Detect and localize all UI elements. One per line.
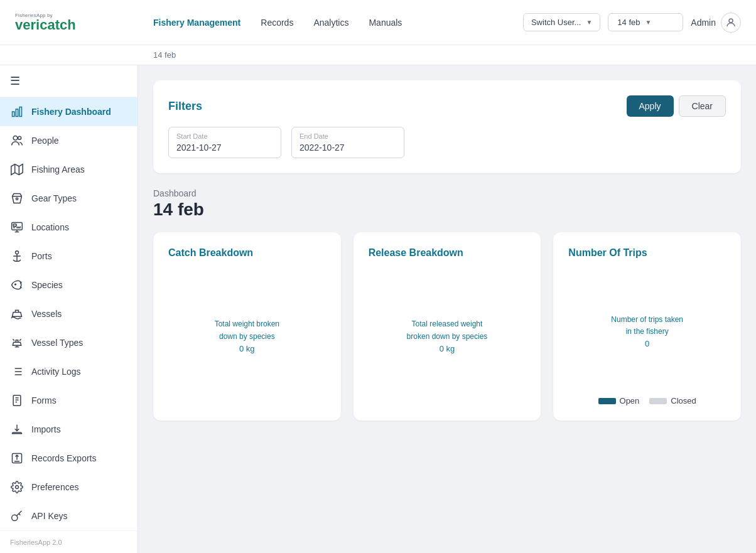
svg-point-9 [16,198,18,200]
chart-icon [10,105,24,119]
filters-actions: Apply Clear [627,95,726,117]
open-legend-dot [598,398,616,404]
catch-breakdown-title: Catch Breakdown [168,247,326,259]
end-date-label: End Date [300,132,396,140]
app-version: FisheriesApp 2.0 [0,530,138,553]
nav-right: Switch User... ▼ 14 feb ▼ Admin [523,13,741,33]
number-of-trips-stat: Number of trips taken in the fishery 0 [611,314,683,351]
sidebar-item-label: Ports [31,251,52,261]
filters-header: Filters Apply Clear [168,95,726,117]
sidebar-item-fishery-dashboard[interactable]: Fishery Dashboard [0,97,138,126]
catch-breakdown-card: Catch Breakdown Total weight broken down… [153,232,341,421]
legend-closed: Closed [649,396,696,405]
sidebar-item-preferences[interactable]: Preferences [0,473,138,502]
sidebar-item-species[interactable]: Species [0,271,138,299]
sidebar-item-forms[interactable]: Forms [0,386,138,415]
vessel-icon [10,307,24,321]
sidebar-item-gear-types[interactable]: Gear Types [0,184,138,213]
main-content: Filters Apply Clear Start Date End Date [138,65,756,553]
sidebar-item-label: Fishery Dashboard [31,107,111,117]
sidebar-item-records-exports[interactable]: Records Exports [0,444,138,473]
admin-area[interactable]: Admin [691,13,741,33]
nav-manuals[interactable]: Manuals [369,18,402,28]
svg-rect-1 [13,112,14,117]
svg-point-19 [15,284,16,285]
svg-point-5 [18,136,21,139]
sidebar-item-fishing-areas[interactable]: Fishing Areas [0,155,138,184]
svg-marker-6 [11,164,23,175]
end-date-input[interactable] [300,142,396,153]
legend-open: Open [598,396,640,405]
top-nav: FisheriesApp by vericatch Fishery Manage… [0,0,756,45]
location-icon [10,220,24,234]
cards-grid: Catch Breakdown Total weight broken down… [153,232,741,421]
sidebar: ☰ Fishery Dashboard People Fishing Areas [0,65,138,553]
sub-nav: 14 feb [0,45,756,65]
settings-icon [10,480,24,494]
sidebar-item-label: API Keys [31,511,68,521]
sidebar-item-imports[interactable]: Imports [0,415,138,444]
open-legend-label: Open [620,396,640,405]
sidebar-item-label: Vessel Types [31,338,83,348]
closed-legend-label: Closed [671,396,696,405]
number-of-trips-value: 0 [611,338,683,351]
start-date-label: Start Date [176,132,273,140]
sidebar-toggle[interactable]: ☰ [0,65,138,97]
sidebar-item-label: Gear Types [31,193,77,203]
sidebar-item-label: Preferences [31,482,78,492]
clear-button[interactable]: Clear [679,95,726,117]
sidebar-item-people[interactable]: People [0,126,138,155]
anchor-icon [10,249,24,263]
sidebar-item-label: Imports [31,424,61,434]
svg-point-0 [729,19,733,23]
svg-point-4 [13,136,18,141]
filters-card: Filters Apply Clear Start Date End Date [153,80,741,173]
logo: FisheriesApp by vericatch [15,13,76,32]
end-date-wrapper: End Date [291,127,404,158]
sidebar-item-label: Species [31,280,63,290]
svg-rect-3 [19,107,21,117]
apply-button[interactable]: Apply [627,95,674,117]
avatar [721,13,741,33]
trips-legend: Open Closed [598,396,696,405]
svg-point-17 [16,251,19,254]
logo-main-text: vericatch [15,18,76,32]
svg-rect-28 [13,395,21,406]
dashboard-label: Dashboard [153,188,741,198]
catch-breakdown-stat: Total weight broken down by species 0 kg [215,318,279,355]
catch-breakdown-content: Total weight broken down by species 0 kg [168,269,326,405]
sidebar-item-api-keys[interactable]: API Keys [0,502,138,530]
nav-fishery-management[interactable]: Fishery Management [153,18,240,28]
people-icon [10,134,24,148]
closed-legend-dot [649,398,667,404]
fish-icon [10,278,24,292]
sidebar-item-locations[interactable]: Locations [0,213,138,242]
start-date-input[interactable] [176,142,273,153]
date-selector-button[interactable]: 14 feb ▼ [608,13,683,31]
svg-point-34 [16,486,19,489]
release-breakdown-card: Release Breakdown Total released weight … [354,232,541,421]
svg-point-35 [12,515,18,520]
import-icon [10,422,24,436]
dashboard-header: Dashboard 14 feb [153,188,741,220]
sidebar-item-label: Activity Logs [31,367,81,377]
release-breakdown-title: Release Breakdown [369,247,526,259]
release-breakdown-content: Total released weight broken down by spe… [369,269,526,405]
start-date-wrapper: Start Date [168,127,281,158]
list-icon [10,365,24,379]
switch-user-button[interactable]: Switch User... ▼ [523,13,600,31]
svg-rect-11 [13,224,16,226]
sidebar-item-ports[interactable]: Ports [0,242,138,271]
sidebar-item-vessel-types[interactable]: Vessel Types [0,328,138,357]
nav-analytics[interactable]: Analytics [313,18,348,28]
sidebar-item-vessels[interactable]: Vessels [0,299,138,328]
catch-breakdown-value: 0 kg [215,343,279,356]
number-of-trips-card: Number Of Trips Number of trips taken in… [553,232,741,421]
sidebar-item-label: Forms [31,395,57,405]
nav-records[interactable]: Records [261,18,293,28]
sidebar-item-label: Locations [31,222,69,232]
form-icon [10,394,24,407]
export-icon [10,451,24,465]
filters-inputs: Start Date End Date [168,127,726,158]
sidebar-item-activity-logs[interactable]: Activity Logs [0,357,138,386]
